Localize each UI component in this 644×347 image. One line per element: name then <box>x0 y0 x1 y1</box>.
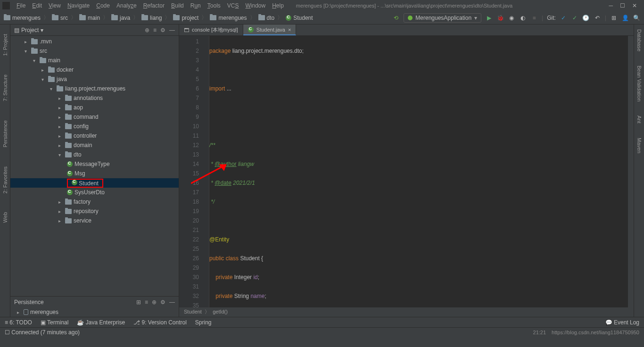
tree-student[interactable]: Student <box>10 178 179 188</box>
editor-tabs: 🗔console [本地mysql] Student.java× <box>179 25 634 36</box>
tree-aop[interactable]: ▸aop <box>10 103 179 112</box>
tree-command[interactable]: ▸command <box>10 112 179 122</box>
tab-ant[interactable]: Ant <box>636 116 642 124</box>
menu-analyze[interactable]: Analyze <box>114 1 140 10</box>
menu-edit[interactable]: Edit <box>29 1 45 10</box>
profile-icon[interactable]: ◐ <box>519 14 527 22</box>
tab-project[interactable]: 1: Project <box>2 34 8 56</box>
tab-student[interactable]: Student.java× <box>243 25 297 35</box>
menu-refactor[interactable]: Refactor <box>140 1 167 10</box>
sync-icon[interactable]: ⟲ <box>392 14 400 22</box>
maximize-icon[interactable]: ☐ <box>620 2 625 9</box>
tree-sysuserdto[interactable]: SysUserDto <box>10 188 179 197</box>
close-tab-icon[interactable]: × <box>288 27 291 33</box>
tree-main[interactable]: ▾main <box>10 56 179 65</box>
tree-annotations[interactable]: ▸annotations <box>10 93 179 103</box>
avatar-icon[interactable]: 👤 <box>621 14 629 22</box>
menu-vcs[interactable]: VCS <box>224 1 242 10</box>
tab-terminal[interactable]: ▣ Terminal <box>41 319 68 326</box>
tree-messagetype[interactable]: MessageType <box>10 159 179 169</box>
crumb-merengues2[interactable]: merengues <box>210 15 247 21</box>
tree-factory[interactable]: ▸factory <box>10 197 179 207</box>
menu-build[interactable]: Build <box>168 1 187 10</box>
tree-src[interactable]: ▾src <box>10 46 179 56</box>
crumb-src[interactable]: src <box>52 15 68 21</box>
tab-persistence[interactable]: Persistence <box>2 120 8 147</box>
project-tree[interactable]: ▸.mvn ▾src ▾main ▸docker ▾java ▾liang.pr… <box>10 36 179 296</box>
gear-icon[interactable]: ⚙ <box>160 27 165 33</box>
tab-structure[interactable]: 7: Structure <box>2 74 8 101</box>
scroll-markers[interactable] <box>628 36 634 307</box>
tab-java-enterprise[interactable]: ☕ Java Enterprise <box>77 319 125 326</box>
menu-navigate[interactable]: Navigate <box>65 1 92 10</box>
pers-icon2[interactable]: ≡ <box>145 299 148 306</box>
crumb-student[interactable]: Student <box>286 15 313 21</box>
menu-tools[interactable]: Tools <box>205 1 223 10</box>
crumb-dto[interactable]: dto <box>258 15 275 21</box>
tree-controller[interactable]: ▸controller <box>10 131 179 140</box>
pers-gear-icon[interactable]: ⚙ <box>160 299 165 306</box>
tree-domain[interactable]: ▸domain <box>10 140 179 150</box>
menu-run[interactable]: Run <box>188 1 204 10</box>
locate-icon[interactable]: ⊕ <box>145 27 149 33</box>
git-commit-icon[interactable]: ✓ <box>571 14 578 22</box>
persistence-header[interactable]: Persistence ⊞ ≡ ⊕ ⚙ — <box>10 296 179 307</box>
search-icon[interactable]: 🔍 <box>633 14 640 22</box>
crumb-java[interactable]: java <box>111 15 130 21</box>
expand-icon[interactable]: ≡ <box>153 27 157 33</box>
fold-gutter[interactable] <box>203 36 209 307</box>
pers-item[interactable]: ▸merengues <box>10 307 179 317</box>
tab-web[interactable]: Web <box>2 212 8 223</box>
git-update-icon[interactable]: ✓ <box>560 14 567 22</box>
run-configuration[interactable]: MerenguesApplication ▾ <box>404 13 481 23</box>
crumb-liang[interactable]: liang <box>141 15 162 21</box>
tree-mvn[interactable]: ▸.mvn <box>10 37 179 46</box>
database-icon <box>24 309 28 315</box>
menu-file[interactable]: File <box>14 1 28 10</box>
pers-icon1[interactable]: ⊞ <box>136 299 141 306</box>
git-revert-icon[interactable]: ↶ <box>594 14 601 22</box>
tree-repository[interactable]: ▸repository <box>10 207 179 216</box>
menu-code[interactable]: Code <box>93 1 113 10</box>
cursor-position: 21:21 <box>533 330 546 335</box>
panel-title[interactable]: ▤ Project ▾ <box>14 27 43 33</box>
tab-console[interactable]: 🗔console [本地mysql] <box>179 25 243 35</box>
tree-package[interactable]: ▾liang.project.merengues <box>10 84 179 93</box>
tab-bean-validation[interactable]: Bean Validation <box>636 66 642 101</box>
tree-service[interactable]: ▸service <box>10 216 179 225</box>
pers-icon3[interactable]: ⊕ <box>152 299 157 306</box>
editor: 🗔console [本地mysql] Student.java× 1234567… <box>179 25 634 317</box>
crumb-main[interactable]: main <box>79 15 100 21</box>
tree-dto[interactable]: ▾dto <box>10 150 179 159</box>
tab-favorites[interactable]: 2: Favorites <box>2 166 8 193</box>
editor-breadcrumb[interactable]: Student 〉 getId() <box>179 307 634 317</box>
event-log[interactable]: 💬 Event Log <box>605 319 639 326</box>
structure-icon[interactable]: ⊞ <box>610 14 618 22</box>
tree-java[interactable]: ▾java <box>10 74 179 84</box>
tab-database[interactable]: Database <box>636 29 642 51</box>
git-history-icon[interactable]: 🕐 <box>582 14 590 22</box>
tree-msg[interactable]: Msg <box>10 169 179 178</box>
menu-help[interactable]: Help <box>269 1 287 10</box>
close-icon[interactable]: ✕ <box>632 2 637 9</box>
main-menu: File Edit View Navigate Code Analyze Ref… <box>14 1 287 10</box>
status-message: ☐ Connected (7 minutes ago) <box>5 329 80 336</box>
crumb-project[interactable]: project <box>173 15 198 21</box>
menu-view[interactable]: View <box>46 1 64 10</box>
coverage-icon[interactable]: ◉ <box>508 14 515 22</box>
tree-config[interactable]: ▸config <box>10 122 179 131</box>
tree-docker[interactable]: ▸docker <box>10 65 179 74</box>
debug-icon[interactable]: 🐞 <box>496 14 504 22</box>
code-editor[interactable]: 1234567891011121314151617181920212225262… <box>179 36 634 307</box>
tab-maven[interactable]: Maven <box>636 138 642 153</box>
tab-spring[interactable]: Spring <box>195 319 212 326</box>
menu-window[interactable]: Window <box>242 1 268 10</box>
run-icon[interactable]: ▶ <box>485 14 493 22</box>
tab-version-control[interactable]: ⎇ 9: Version Control <box>133 319 187 326</box>
crumb-merengues[interactable]: merengues <box>4 15 41 21</box>
tab-todo[interactable]: ≡ 6: TODO <box>5 319 32 326</box>
pers-hide-icon[interactable]: — <box>169 299 175 306</box>
stop-icon[interactable]: ■ <box>530 14 538 22</box>
hide-icon[interactable]: — <box>169 27 175 33</box>
minimize-icon[interactable]: ─ <box>609 2 613 9</box>
